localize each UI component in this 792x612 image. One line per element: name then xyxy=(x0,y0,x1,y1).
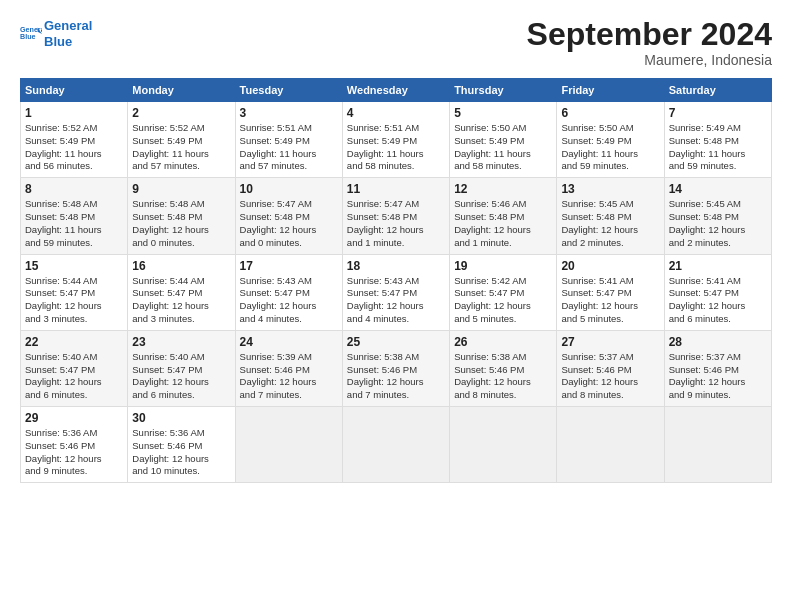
day-number: 9 xyxy=(132,182,230,196)
day-info: Sunrise: 5:43 AM Sunset: 5:47 PM Dayligh… xyxy=(347,275,445,326)
col-header-saturday: Saturday xyxy=(664,79,771,102)
col-header-monday: Monday xyxy=(128,79,235,102)
calendar-cell: 15Sunrise: 5:44 AM Sunset: 5:47 PM Dayli… xyxy=(21,254,128,330)
page-header: General Blue GeneralBlue September 2024 … xyxy=(20,18,772,68)
day-info: Sunrise: 5:36 AM Sunset: 5:46 PM Dayligh… xyxy=(132,427,230,478)
calendar-cell: 7Sunrise: 5:49 AM Sunset: 5:48 PM Daylig… xyxy=(664,102,771,178)
day-number: 30 xyxy=(132,411,230,425)
day-number: 26 xyxy=(454,335,552,349)
day-number: 25 xyxy=(347,335,445,349)
logo-icon: General Blue xyxy=(20,23,42,45)
col-header-thursday: Thursday xyxy=(450,79,557,102)
calendar-cell: 11Sunrise: 5:47 AM Sunset: 5:48 PM Dayli… xyxy=(342,178,449,254)
day-number: 14 xyxy=(669,182,767,196)
calendar-cell: 30Sunrise: 5:36 AM Sunset: 5:46 PM Dayli… xyxy=(128,407,235,483)
calendar-cell: 20Sunrise: 5:41 AM Sunset: 5:47 PM Dayli… xyxy=(557,254,664,330)
day-info: Sunrise: 5:44 AM Sunset: 5:47 PM Dayligh… xyxy=(25,275,123,326)
calendar-cell: 13Sunrise: 5:45 AM Sunset: 5:48 PM Dayli… xyxy=(557,178,664,254)
calendar-week-row: 29Sunrise: 5:36 AM Sunset: 5:46 PM Dayli… xyxy=(21,407,772,483)
day-info: Sunrise: 5:48 AM Sunset: 5:48 PM Dayligh… xyxy=(132,198,230,249)
calendar-cell: 23Sunrise: 5:40 AM Sunset: 5:47 PM Dayli… xyxy=(128,330,235,406)
day-info: Sunrise: 5:52 AM Sunset: 5:49 PM Dayligh… xyxy=(132,122,230,173)
svg-text:Blue: Blue xyxy=(20,33,36,41)
calendar-cell: 6Sunrise: 5:50 AM Sunset: 5:49 PM Daylig… xyxy=(557,102,664,178)
day-info: Sunrise: 5:51 AM Sunset: 5:49 PM Dayligh… xyxy=(240,122,338,173)
calendar-cell: 3Sunrise: 5:51 AM Sunset: 5:49 PM Daylig… xyxy=(235,102,342,178)
calendar-cell xyxy=(557,407,664,483)
calendar-cell: 9Sunrise: 5:48 AM Sunset: 5:48 PM Daylig… xyxy=(128,178,235,254)
calendar-cell: 1Sunrise: 5:52 AM Sunset: 5:49 PM Daylig… xyxy=(21,102,128,178)
calendar-cell: 27Sunrise: 5:37 AM Sunset: 5:46 PM Dayli… xyxy=(557,330,664,406)
calendar-week-row: 22Sunrise: 5:40 AM Sunset: 5:47 PM Dayli… xyxy=(21,330,772,406)
calendar-cell: 19Sunrise: 5:42 AM Sunset: 5:47 PM Dayli… xyxy=(450,254,557,330)
day-number: 18 xyxy=(347,259,445,273)
col-header-tuesday: Tuesday xyxy=(235,79,342,102)
col-header-sunday: Sunday xyxy=(21,79,128,102)
day-info: Sunrise: 5:50 AM Sunset: 5:49 PM Dayligh… xyxy=(454,122,552,173)
calendar-cell xyxy=(235,407,342,483)
day-info: Sunrise: 5:37 AM Sunset: 5:46 PM Dayligh… xyxy=(669,351,767,402)
calendar-week-row: 1Sunrise: 5:52 AM Sunset: 5:49 PM Daylig… xyxy=(21,102,772,178)
day-info: Sunrise: 5:37 AM Sunset: 5:46 PM Dayligh… xyxy=(561,351,659,402)
day-number: 29 xyxy=(25,411,123,425)
day-info: Sunrise: 5:41 AM Sunset: 5:47 PM Dayligh… xyxy=(669,275,767,326)
calendar-cell: 5Sunrise: 5:50 AM Sunset: 5:49 PM Daylig… xyxy=(450,102,557,178)
day-number: 24 xyxy=(240,335,338,349)
day-info: Sunrise: 5:51 AM Sunset: 5:49 PM Dayligh… xyxy=(347,122,445,173)
calendar-body: 1Sunrise: 5:52 AM Sunset: 5:49 PM Daylig… xyxy=(21,102,772,483)
calendar-week-row: 8Sunrise: 5:48 AM Sunset: 5:48 PM Daylig… xyxy=(21,178,772,254)
calendar-week-row: 15Sunrise: 5:44 AM Sunset: 5:47 PM Dayli… xyxy=(21,254,772,330)
day-number: 11 xyxy=(347,182,445,196)
calendar-cell: 25Sunrise: 5:38 AM Sunset: 5:46 PM Dayli… xyxy=(342,330,449,406)
calendar-cell: 17Sunrise: 5:43 AM Sunset: 5:47 PM Dayli… xyxy=(235,254,342,330)
calendar-cell xyxy=(342,407,449,483)
day-info: Sunrise: 5:48 AM Sunset: 5:48 PM Dayligh… xyxy=(25,198,123,249)
day-number: 16 xyxy=(132,259,230,273)
calendar-cell: 18Sunrise: 5:43 AM Sunset: 5:47 PM Dayli… xyxy=(342,254,449,330)
day-info: Sunrise: 5:41 AM Sunset: 5:47 PM Dayligh… xyxy=(561,275,659,326)
day-number: 8 xyxy=(25,182,123,196)
calendar-cell: 28Sunrise: 5:37 AM Sunset: 5:46 PM Dayli… xyxy=(664,330,771,406)
calendar-header-row: SundayMondayTuesdayWednesdayThursdayFrid… xyxy=(21,79,772,102)
day-info: Sunrise: 5:45 AM Sunset: 5:48 PM Dayligh… xyxy=(669,198,767,249)
day-number: 27 xyxy=(561,335,659,349)
title-block: September 2024 Maumere, Indonesia xyxy=(527,18,772,68)
day-info: Sunrise: 5:40 AM Sunset: 5:47 PM Dayligh… xyxy=(132,351,230,402)
day-info: Sunrise: 5:50 AM Sunset: 5:49 PM Dayligh… xyxy=(561,122,659,173)
day-number: 20 xyxy=(561,259,659,273)
calendar-cell xyxy=(450,407,557,483)
col-header-friday: Friday xyxy=(557,79,664,102)
month-title: September 2024 xyxy=(527,18,772,50)
day-info: Sunrise: 5:43 AM Sunset: 5:47 PM Dayligh… xyxy=(240,275,338,326)
day-info: Sunrise: 5:39 AM Sunset: 5:46 PM Dayligh… xyxy=(240,351,338,402)
calendar-cell: 29Sunrise: 5:36 AM Sunset: 5:46 PM Dayli… xyxy=(21,407,128,483)
logo-text: GeneralBlue xyxy=(44,18,92,49)
day-info: Sunrise: 5:38 AM Sunset: 5:46 PM Dayligh… xyxy=(454,351,552,402)
day-number: 23 xyxy=(132,335,230,349)
day-info: Sunrise: 5:52 AM Sunset: 5:49 PM Dayligh… xyxy=(25,122,123,173)
day-number: 1 xyxy=(25,106,123,120)
calendar-cell: 14Sunrise: 5:45 AM Sunset: 5:48 PM Dayli… xyxy=(664,178,771,254)
day-number: 3 xyxy=(240,106,338,120)
calendar-cell: 2Sunrise: 5:52 AM Sunset: 5:49 PM Daylig… xyxy=(128,102,235,178)
day-info: Sunrise: 5:49 AM Sunset: 5:48 PM Dayligh… xyxy=(669,122,767,173)
day-info: Sunrise: 5:42 AM Sunset: 5:47 PM Dayligh… xyxy=(454,275,552,326)
day-number: 12 xyxy=(454,182,552,196)
day-number: 10 xyxy=(240,182,338,196)
day-number: 6 xyxy=(561,106,659,120)
calendar-cell: 4Sunrise: 5:51 AM Sunset: 5:49 PM Daylig… xyxy=(342,102,449,178)
location: Maumere, Indonesia xyxy=(527,52,772,68)
day-info: Sunrise: 5:46 AM Sunset: 5:48 PM Dayligh… xyxy=(454,198,552,249)
calendar-cell: 26Sunrise: 5:38 AM Sunset: 5:46 PM Dayli… xyxy=(450,330,557,406)
calendar-cell: 10Sunrise: 5:47 AM Sunset: 5:48 PM Dayli… xyxy=(235,178,342,254)
calendar-cell: 24Sunrise: 5:39 AM Sunset: 5:46 PM Dayli… xyxy=(235,330,342,406)
day-info: Sunrise: 5:47 AM Sunset: 5:48 PM Dayligh… xyxy=(240,198,338,249)
day-number: 4 xyxy=(347,106,445,120)
day-info: Sunrise: 5:38 AM Sunset: 5:46 PM Dayligh… xyxy=(347,351,445,402)
day-info: Sunrise: 5:47 AM Sunset: 5:48 PM Dayligh… xyxy=(347,198,445,249)
day-info: Sunrise: 5:40 AM Sunset: 5:47 PM Dayligh… xyxy=(25,351,123,402)
day-number: 2 xyxy=(132,106,230,120)
day-number: 22 xyxy=(25,335,123,349)
day-info: Sunrise: 5:45 AM Sunset: 5:48 PM Dayligh… xyxy=(561,198,659,249)
calendar-cell: 21Sunrise: 5:41 AM Sunset: 5:47 PM Dayli… xyxy=(664,254,771,330)
